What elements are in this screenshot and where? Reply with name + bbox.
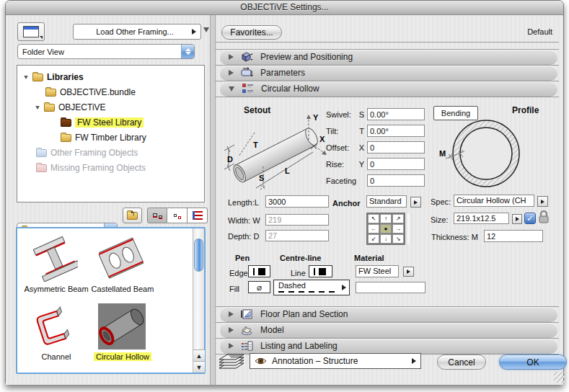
- tree-item-fw-timber-library[interactable]: FW Timber Library: [17, 130, 204, 145]
- anchor-cell-selected[interactable]: ●: [380, 224, 392, 233]
- tilt-input[interactable]: [367, 125, 425, 137]
- list-scrollbar[interactable]: ▲ ▼: [193, 228, 204, 373]
- section-model[interactable]: Model: [220, 323, 557, 337]
- collapse-panel-icon[interactable]: [203, 27, 209, 32]
- disclosure-open-icon[interactable]: [35, 106, 40, 110]
- view-mode-list-button[interactable]: [188, 208, 208, 223]
- tree-item-label: OBJECTiVE.bundle: [60, 87, 136, 97]
- anchor-cell[interactable]: ↓: [380, 234, 392, 244]
- fill-pen-button[interactable]: ⌀: [248, 281, 270, 293]
- width-input: [265, 214, 329, 226]
- favorites-button[interactable]: Favorites...: [221, 25, 282, 40]
- cancel-button[interactable]: Cancel: [437, 355, 486, 370]
- load-other-framing-label: Load Other Framing...: [78, 27, 192, 36]
- centre-line-title: Centre-line: [280, 254, 321, 262]
- anchor-popup[interactable]: Standard: [366, 195, 407, 208]
- tree-item-libraries[interactable]: Libraries: [17, 70, 204, 84]
- section-circular-hollow[interactable]: Circular Hollow: [220, 81, 557, 96]
- layers-icon[interactable]: [219, 353, 245, 370]
- swivel-input[interactable]: [367, 108, 425, 120]
- section-listing-and-labeling[interactable]: Listing and Labeling: [220, 339, 557, 353]
- item-caption[interactable]: Castellated Beam: [87, 285, 159, 294]
- circular-hollow-thumbnail[interactable]: [98, 303, 146, 349]
- channel-thumbnail[interactable]: [33, 306, 71, 351]
- line-style-popup[interactable]: Dashed: [273, 280, 350, 295]
- tree-item-objective-bundle[interactable]: OBJECTiVE.bundle: [17, 85, 204, 99]
- large-icon-glyph: [159, 215, 162, 219]
- anchor-menu-button[interactable]: [410, 197, 421, 208]
- tree-item-other-framing-objects[interactable]: Other Framing Objects: [17, 146, 204, 160]
- spec-menu-button[interactable]: [537, 196, 548, 207]
- material-title: Material: [354, 254, 384, 262]
- length-input[interactable]: [265, 195, 329, 208]
- annotation-layer-label: Annotation – Structure: [272, 356, 407, 366]
- castellated-beam-thumbnail[interactable]: [99, 236, 144, 282]
- anchor-cell[interactable]: →: [392, 224, 404, 233]
- section-label: Circular Hollow: [261, 84, 319, 94]
- section-parameters[interactable]: Parameters: [220, 66, 557, 80]
- preview-positioning-icon: [241, 51, 253, 63]
- resize-grip[interactable]: [554, 372, 565, 383]
- edge-pen-button[interactable]: [248, 265, 270, 277]
- section-floor-plan-and-section[interactable]: Floor Plan and Section: [220, 307, 557, 321]
- tree-item-fw-steel-library[interactable]: FW Steel Library: [17, 115, 204, 130]
- scroll-up-button[interactable]: ▲: [193, 349, 205, 361]
- load-other-framing-button[interactable]: Load Other Framing...: [73, 24, 201, 40]
- anchor-cell[interactable]: ↘: [392, 234, 404, 244]
- offset-input[interactable]: [367, 141, 425, 153]
- faceting-input[interactable]: [367, 174, 425, 187]
- view-mode-large-icons-button[interactable]: [147, 208, 167, 223]
- rise-input[interactable]: [367, 158, 425, 170]
- anchor-cell[interactable]: ↑: [380, 214, 392, 223]
- view-mode-small-icons-button[interactable]: [167, 208, 188, 223]
- annotation-layer-popup[interactable]: Annotation – Structure: [250, 353, 421, 369]
- item-caption-selected[interactable]: Circular Hollow: [87, 352, 159, 362]
- anchor-cell[interactable]: ↗: [392, 214, 404, 223]
- window-titlebar[interactable]: OBJECTiVE Settings...: [6, 1, 563, 15]
- item-caption[interactable]: Channel: [20, 352, 92, 362]
- ok-button[interactable]: OK: [499, 355, 567, 370]
- item-label: Asymmetric Beam: [24, 285, 88, 293]
- scroll-down-button[interactable]: ▼: [193, 361, 205, 373]
- section-preview-and-positioning[interactable]: Preview and Positioning: [220, 50, 557, 64]
- dashed-line-preview: [278, 291, 339, 293]
- panel-divider[interactable]: [210, 15, 216, 385]
- setout-diagram: Y X L T D S: [219, 100, 335, 195]
- up-arrow-icon: ↰: [130, 210, 136, 217]
- list-view-glyph: [193, 211, 203, 220]
- item-caption[interactable]: Asymmetric Beam: [20, 285, 92, 294]
- anchor-cell[interactable]: ↙: [368, 234, 379, 244]
- anchor-cell[interactable]: ↖: [368, 214, 379, 223]
- section-label: Parameters: [260, 68, 305, 78]
- separator: [216, 97, 559, 97]
- item-label-highlighted: Circular Hollow: [94, 352, 151, 361]
- folder-view-popup[interactable]: Folder View: [17, 44, 195, 59]
- library-tree: Libraries OBJECTiVE.bundle OBJECTiVE FW …: [17, 65, 205, 202]
- anchor-cell[interactable]: ←: [368, 224, 379, 233]
- view-options-button[interactable]: [17, 22, 45, 41]
- folder-icon: [36, 149, 47, 157]
- folder-up-button[interactable]: ↰: [123, 208, 142, 223]
- tree-item-missing-framing-objects[interactable]: Missing Framing Objects: [17, 161, 204, 175]
- thickness-input[interactable]: [484, 230, 543, 242]
- folder-view-label: Folder View: [22, 48, 64, 56]
- disclosure-open-icon[interactable]: [24, 76, 28, 79]
- check-icon: ✓: [526, 213, 534, 223]
- spec-popup[interactable]: Circular Hollow (CH: [454, 195, 534, 207]
- size-menu-button[interactable]: [512, 214, 522, 224]
- tree-item-objective[interactable]: OBJECTiVE: [17, 100, 204, 115]
- material-extra-field[interactable]: [356, 282, 425, 293]
- disclosure-closed-icon: [229, 70, 234, 76]
- material-menu-button[interactable]: [403, 267, 414, 277]
- setout-label-d: D: [227, 155, 233, 164]
- size-popup[interactable]: 219.1x12.5: [454, 213, 509, 224]
- model-icon: [241, 324, 253, 336]
- parameters-icon: [241, 67, 253, 79]
- line-pen-button[interactable]: [309, 265, 332, 277]
- asymmetric-beam-thumbnail[interactable]: [33, 236, 78, 282]
- menu-arrow-icon: [414, 200, 418, 205]
- material-popup[interactable]: FW Steel: [356, 265, 399, 277]
- size-lock-checkbox[interactable]: ✓: [524, 213, 536, 224]
- scrollbar-thumb[interactable]: [194, 239, 203, 272]
- anchor-slider[interactable]: [407, 213, 413, 244]
